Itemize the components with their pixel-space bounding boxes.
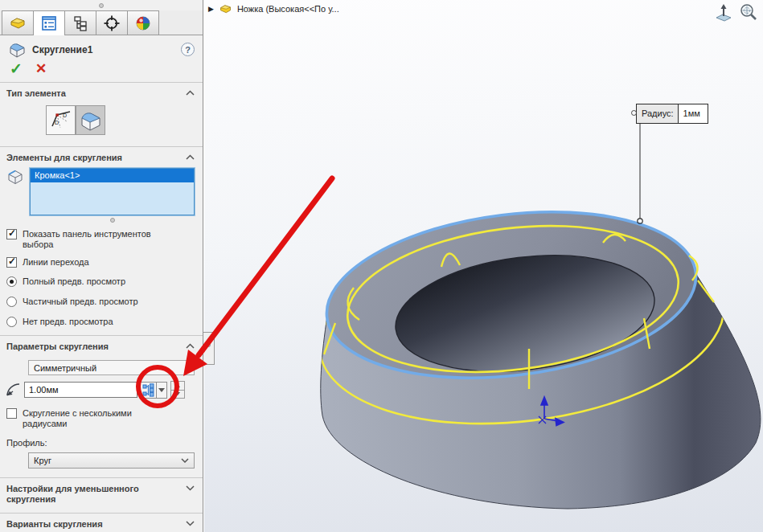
- section-setback-parameters[interactable]: Настройки для уменьшенного скругления: [0, 478, 203, 509]
- fillet-items-list[interactable]: Кромка<1>: [30, 168, 195, 215]
- config-table-icon: [142, 383, 154, 397]
- solidworks-window: Скругление1 ? ✓ ✕ Тип элемента D D: [0, 0, 763, 532]
- radius-row: [3, 381, 196, 399]
- flyout-feature-tree[interactable]: ▶ Ножка (Высокая<<По у...: [208, 2, 339, 14]
- radio-label: Нет предв. просмотра: [23, 317, 113, 327]
- fillet-type-buttons: D D: [46, 105, 203, 135]
- expand-triangle-icon[interactable]: ▶: [208, 5, 214, 13]
- section-items-to-fillet[interactable]: Элементы для скругления: [0, 147, 203, 167]
- multiple-radius-checkbox[interactable]: [6, 408, 17, 419]
- section-label: Настройки для уменьшенного скругления: [6, 484, 163, 505]
- property-manager-icon: [41, 15, 57, 31]
- chevron-up-icon: [186, 343, 195, 349]
- grip-dot-icon: [207, 343, 211, 347]
- part-icon: [9, 14, 27, 32]
- fillet-cube-icon: [79, 109, 103, 132]
- zoom-to-fit-icon[interactable]: [739, 2, 758, 22]
- callout-handle-icon[interactable]: [631, 110, 637, 116]
- panel-resize-grip[interactable]: [0, 0, 203, 10]
- tree-item-label[interactable]: Ножка (Высокая<<По у...: [237, 4, 339, 14]
- grip-dot-icon: [110, 218, 115, 223]
- manager-tab-bar: [0, 10, 203, 35]
- tab-feature-manager[interactable]: [2, 10, 34, 35]
- no-preview-row: Нет предв. просмотра: [6, 317, 195, 327]
- profile-dropdown[interactable]: Круг: [28, 452, 195, 469]
- feature-title-row: Скругление1 ?: [8, 41, 195, 58]
- spin-up-button[interactable]: [170, 381, 185, 391]
- help-icon[interactable]: ?: [181, 43, 195, 56]
- chevron-up-icon: [186, 154, 195, 160]
- spin-down-button[interactable]: [170, 391, 185, 399]
- radius-input[interactable]: [24, 382, 137, 398]
- model-3d: [204, 0, 763, 532]
- tab-display-manager[interactable]: [127, 10, 159, 35]
- section-label: Элементы для скругления: [6, 153, 122, 163]
- section-fillet-parameters[interactable]: Параметры скругления: [0, 336, 203, 356]
- transition-lines-row: Линии перехода: [6, 257, 195, 268]
- cancel-button[interactable]: ✕: [35, 62, 47, 76]
- profile-label: Профиль:: [6, 438, 195, 448]
- triangle-down-icon: [175, 392, 180, 395]
- multiple-radius-row: Скругление с несколькими радиусами: [6, 408, 195, 429]
- graphics-viewport[interactable]: ▶ Ножка (Высокая<<По у...: [204, 0, 763, 532]
- attach-configurations-button[interactable]: [140, 382, 157, 399]
- tab-configuration-manager[interactable]: [64, 10, 96, 35]
- radius-icon: [3, 381, 24, 399]
- section-fillet-options[interactable]: Варианты скругления: [0, 514, 203, 532]
- profile-value: Круг: [34, 456, 51, 465]
- full-preview-row: Полный предв. просмотр: [6, 276, 195, 287]
- display-manager-icon: [135, 15, 151, 31]
- radius-options-dropdown-button[interactable]: [157, 382, 167, 399]
- chevron-up-icon: [186, 90, 195, 96]
- chevron-down-icon: [186, 485, 195, 491]
- triangle-up-icon: [175, 384, 180, 387]
- chevron-down-icon: [186, 521, 195, 526]
- edge-icon: [6, 168, 24, 186]
- section-label: Тип элемента: [6, 88, 66, 99]
- symmetric-dropdown[interactable]: Симметричный: [28, 360, 195, 375]
- dimxpert-icon: [103, 14, 121, 32]
- fillet-feature-icon: [8, 41, 27, 58]
- radius-callout: Радиус: 1мм: [636, 104, 708, 124]
- page-title: Скругление1: [32, 44, 175, 55]
- list-item-edge[interactable]: Кромка<1>: [31, 169, 194, 182]
- manual-fillet-button[interactable]: D D: [46, 105, 76, 135]
- radius-spinner[interactable]: [170, 381, 185, 399]
- grip-dot-icon: [99, 3, 104, 8]
- section-label: Варианты скругления: [6, 519, 103, 530]
- property-manager-panel: Скругление1 ? ✓ ✕ Тип элемента D D: [0, 0, 203, 532]
- transition-lines-checkbox[interactable]: [6, 257, 17, 268]
- multi-edge-sketch-icon: D D: [49, 108, 73, 133]
- view-tools: [714, 2, 758, 23]
- extrude-direction-icon[interactable]: [714, 2, 733, 23]
- configuration-manager-icon: [72, 15, 88, 31]
- checkbox-label: Показать панель инструментов выбора: [23, 229, 183, 250]
- show-selection-toolbar-checkbox[interactable]: [6, 229, 17, 239]
- chevron-down-icon: [181, 458, 189, 463]
- show-selection-toolbar-row: Показать панель инструментов выбора: [6, 229, 195, 250]
- chevron-down-icon: [158, 388, 165, 392]
- partial-preview-row: Частичный предв. просмотр: [6, 297, 195, 307]
- svg-text:D: D: [63, 113, 67, 118]
- section-label: Параметры скругления: [6, 342, 109, 352]
- no-preview-radio[interactable]: [6, 317, 17, 327]
- partial-preview-radio[interactable]: [6, 297, 17, 307]
- fillet-xpert-button[interactable]: [76, 105, 105, 135]
- callout-value[interactable]: 1мм: [679, 104, 708, 123]
- full-preview-radio[interactable]: [6, 276, 17, 287]
- radio-label: Частичный предв. просмотр: [23, 297, 138, 307]
- confirm-row: ✓ ✕: [10, 62, 203, 76]
- ok-button[interactable]: ✓: [10, 62, 23, 76]
- list-resize-grip[interactable]: [0, 215, 203, 224]
- tab-property-manager[interactable]: [33, 10, 65, 35]
- part-icon: [219, 2, 232, 14]
- radio-label: Полный предв. просмотр: [23, 276, 125, 287]
- checkbox-label: Скругление с несколькими радиусами: [23, 408, 155, 429]
- panel-flyout-tab[interactable]: [203, 332, 215, 365]
- tab-dimxpert-manager[interactable]: [96, 10, 128, 35]
- svg-text:D: D: [55, 120, 59, 125]
- section-element-type[interactable]: Тип элемента: [0, 83, 203, 103]
- callout-label: Радиус:: [637, 104, 679, 123]
- edge-selection-row: Кромка<1>: [6, 168, 195, 215]
- checkbox-label: Линии перехода: [23, 257, 89, 268]
